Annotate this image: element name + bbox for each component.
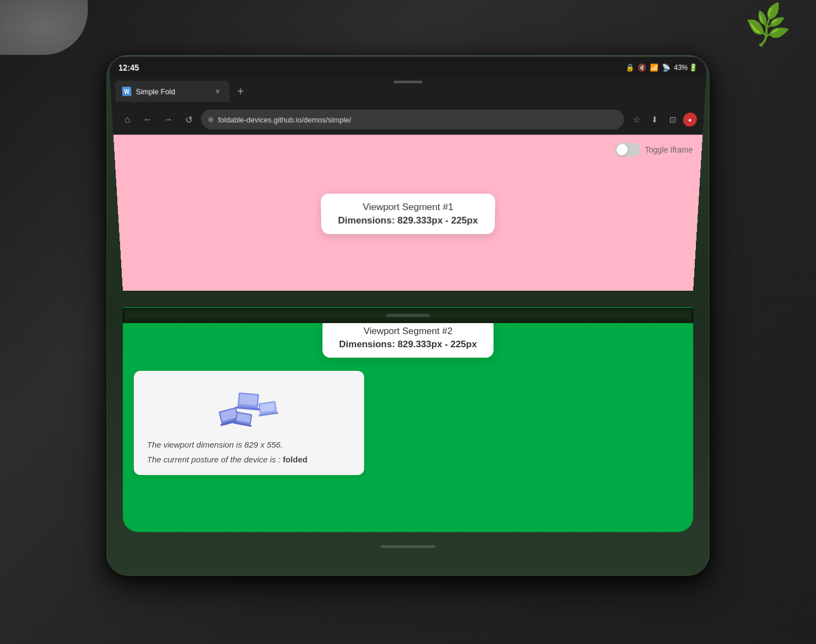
- svg-rect-4: [239, 394, 257, 405]
- url-bar[interactable]: ⊕ foldable-devices.github.io/demos/simpl…: [201, 110, 625, 129]
- url-text: foldable-devices.github.io/demos/simple/: [218, 115, 617, 124]
- toggle-label: Toggle Iframe: [644, 145, 693, 155]
- nav-pill: [381, 545, 435, 548]
- device-hinge: [123, 308, 693, 323]
- download-icon: ⬇: [651, 115, 658, 124]
- device-bottom-panel: Viewport Segment #2 Dimensions: 829.333p…: [123, 307, 693, 532]
- drag-handle: [394, 81, 422, 83]
- posture-label: The current posture of the device is :: [147, 455, 280, 464]
- device-top-panel: 12:45 🔒 🔇 📶 📡 43% 🔋 W: [109, 57, 707, 291]
- new-tab-button[interactable]: +: [231, 82, 249, 100]
- sound-icon: 🔇: [638, 64, 647, 72]
- segment2-dimensions: Dimensions: 829.333px - 225px: [339, 339, 477, 350]
- forward-button[interactable]: →: [160, 111, 176, 128]
- scene: 🌿 12:45 🔒 🔇 📶 📡 43% 🔋: [0, 0, 816, 644]
- record-icon: ●: [688, 116, 692, 123]
- segment1-card: Viewport Segment #1 Dimensions: 829.333p…: [321, 194, 495, 234]
- info-card: The viewport dimension is 829 x 556. The…: [134, 371, 364, 475]
- posture-text: The current posture of the device is : f…: [147, 455, 351, 464]
- active-tab[interactable]: W Simple Fold ×: [115, 81, 230, 102]
- back-icon: ←: [143, 114, 152, 125]
- status-bar: 12:45 🔒 🔇 📶 📡 43% 🔋: [109, 57, 707, 78]
- battery-percent: 43%: [674, 64, 688, 72]
- plant-icon: 🌿: [742, 0, 789, 50]
- foldable-device: 12:45 🔒 🔇 📶 📡 43% 🔋 W: [106, 55, 710, 576]
- top-segment-content: Viewport Segment #1 Dimensions: 829.333p…: [114, 135, 703, 291]
- bottom-segment-content: Viewport Segment #2 Dimensions: 829.333p…: [123, 307, 693, 532]
- record-button[interactable]: ●: [683, 112, 697, 127]
- secure-icon: ⊕: [208, 116, 214, 124]
- home-button[interactable]: ⌂: [119, 111, 136, 128]
- toggle-iframe-control[interactable]: Toggle Iframe: [615, 143, 693, 156]
- toggle-switch[interactable]: [615, 143, 641, 156]
- plant-decoration: 🌿: [723, 0, 789, 60]
- bookmark-button[interactable]: ☆: [628, 111, 645, 128]
- address-bar: ⌂ ← → ↺ ⊕ foldable-devices.github.io/dem…: [111, 104, 704, 134]
- address-actions: ☆ ⬇ ⊡ ●: [628, 111, 698, 128]
- menu-icon: ⊡: [669, 115, 676, 124]
- segment1-dimensions: Dimensions: 829.333px - 225px: [338, 215, 478, 226]
- menu-button[interactable]: ⊡: [665, 111, 682, 128]
- refresh-button[interactable]: ↺: [180, 111, 197, 128]
- lock-icon: 🔒: [626, 64, 634, 72]
- signal-icon: 📡: [662, 64, 671, 72]
- hinge-bar: [386, 314, 430, 317]
- viewport-dimension-text: The viewport dimension is 829 x 556.: [147, 440, 351, 449]
- battery-icon: 43% 🔋: [674, 64, 698, 72]
- refresh-icon: ↺: [185, 114, 192, 125]
- tab-close-button[interactable]: ×: [212, 86, 223, 97]
- tab-favicon: W: [122, 87, 132, 96]
- download-button[interactable]: ⬇: [647, 111, 664, 128]
- star-icon: ☆: [633, 115, 641, 124]
- posture-value: folded: [283, 455, 308, 464]
- segment2-title: Viewport Segment #2: [339, 326, 477, 337]
- back-button[interactable]: ←: [139, 111, 156, 128]
- tab-title: Simple Fold: [135, 87, 208, 96]
- laptop-illustration: [211, 382, 287, 431]
- toggle-knob: [616, 144, 628, 155]
- status-icons: 🔒 🔇 📶 📡 43% 🔋: [626, 64, 698, 72]
- home-icon: ⌂: [124, 114, 130, 125]
- segment2-card: Viewport Segment #2 Dimensions: 829.333p…: [322, 318, 493, 358]
- device-bottom-bar: [123, 533, 693, 560]
- wifi-icon: 📶: [650, 64, 659, 72]
- tab-bar: W Simple Fold × +: [110, 78, 706, 104]
- status-time: 12:45: [118, 63, 139, 72]
- forward-icon: →: [163, 114, 173, 125]
- segment1-title: Viewport Segment #1: [338, 202, 478, 213]
- illustration-container: [147, 382, 351, 431]
